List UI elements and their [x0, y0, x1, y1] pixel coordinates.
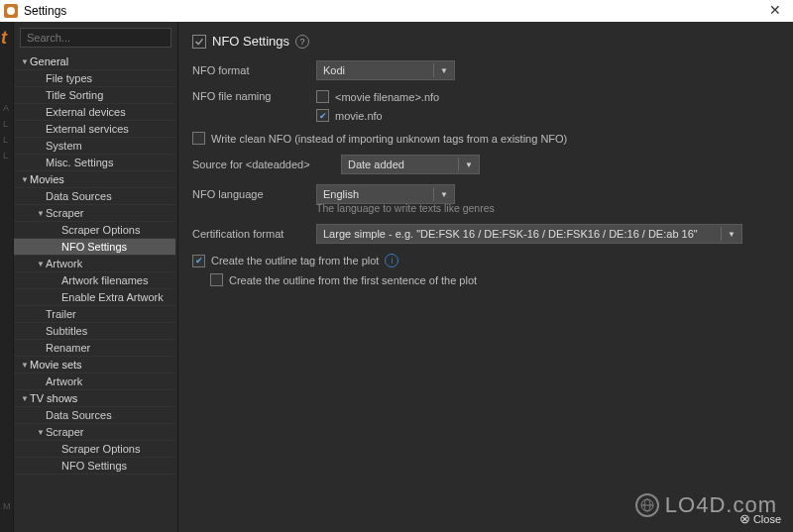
- sidebar-item-label: Subtitles: [46, 325, 175, 337]
- sidebar-item-general[interactable]: ▼General: [14, 53, 175, 70]
- sidebar-item-movie-sets[interactable]: ▼Movie sets: [14, 357, 175, 373]
- source-dateadded-value: Date added: [348, 159, 404, 170]
- sidebar-item-label: Renamer: [46, 342, 175, 354]
- content-pane: NFO Settings ? NFO format Kodi ▼ NFO fil…: [178, 22, 793, 532]
- sidebar-item-tv-shows[interactable]: ▼TV shows: [14, 390, 175, 407]
- sidebar-item-renamer[interactable]: Renamer: [14, 340, 175, 357]
- create-outline-checkbox[interactable]: [192, 255, 205, 267]
- sidebar-item-label: NFO Settings: [61, 241, 175, 253]
- sidebar-item-label: Scraper: [46, 207, 175, 219]
- nfo-language-label: NFO language: [192, 188, 306, 200]
- section-title: NFO Settings: [212, 34, 289, 49]
- sidebar-item-artwork[interactable]: Artwork: [14, 373, 175, 390]
- tree-expander-icon: ▼: [20, 57, 30, 66]
- sidebar-item-data-sources[interactable]: Data Sources: [14, 407, 175, 424]
- sidebar-item-label: Trailer: [46, 308, 175, 320]
- sidebar-item-label: File types: [46, 72, 175, 84]
- sidebar-item-external-devices[interactable]: External devices: [14, 104, 175, 121]
- sidebar-item-label: Enable Extra Artwork: [61, 291, 175, 303]
- chevron-down-icon: ▼: [433, 187, 448, 201]
- nfo-filenaming-label: NFO file naming: [192, 90, 306, 102]
- svg-point-0: [7, 7, 15, 15]
- sidebar-item-label: Scraper Options: [61, 224, 175, 236]
- sidebar-item-nfo-settings[interactable]: NFO Settings: [14, 239, 175, 256]
- sidebar-item-label: Scraper Options: [61, 443, 175, 455]
- certification-format-dropdown[interactable]: Large simple - e.g. "DE:FSK 16 / DE:FSK-…: [316, 224, 742, 244]
- sidebar-item-label: TV shows: [30, 392, 175, 404]
- sidebar-item-external-services[interactable]: External services: [14, 121, 175, 138]
- sidebar-item-label: Title Sorting: [46, 89, 175, 101]
- close-label: Close: [753, 513, 781, 525]
- close-button[interactable]: ⊗ Close: [739, 511, 781, 526]
- sidebar-item-label: External devices: [46, 106, 175, 118]
- rail-shortcuts: A L L L M: [3, 101, 11, 515]
- sidebar-item-artwork[interactable]: ▼Artwork: [14, 256, 175, 272]
- source-dateadded-dropdown[interactable]: Date added ▼: [341, 155, 480, 174]
- left-rail: t A L L L M: [0, 22, 14, 532]
- nfo-format-label: NFO format: [192, 64, 306, 76]
- sidebar-item-label: Artwork filenames: [61, 274, 175, 286]
- close-icon: ⊗: [739, 511, 750, 526]
- chevron-down-icon: ▼: [721, 227, 736, 241]
- certification-format-label: Certification format: [192, 228, 306, 240]
- sidebar-item-file-types[interactable]: File types: [14, 70, 175, 87]
- sidebar-item-system[interactable]: System: [14, 138, 175, 155]
- sidebar-item-label: System: [46, 140, 175, 152]
- outline-first-sentence-checkbox[interactable]: [210, 273, 223, 286]
- search-input[interactable]: [20, 28, 171, 48]
- sidebar-item-label: Artwork: [46, 258, 175, 269]
- nfo-language-value: English: [323, 188, 359, 200]
- section-icon: [192, 35, 206, 49]
- tree-expander-icon: ▼: [36, 428, 46, 437]
- certification-format-value: Large simple - e.g. "DE:FSK 16 / DE:FSK-…: [323, 228, 698, 240]
- nfo-format-dropdown[interactable]: Kodi ▼: [316, 60, 455, 80]
- sidebar: ▼GeneralFile typesTitle SortingExternal …: [14, 22, 178, 532]
- sidebar-item-label: Data Sources: [46, 190, 175, 202]
- sidebar-item-label: Misc. Settings: [46, 157, 175, 168]
- nfo-format-value: Kodi: [323, 64, 345, 76]
- naming-moviefilename-checkbox[interactable]: [316, 90, 329, 103]
- titlebar: Settings ✕: [0, 0, 793, 22]
- help-icon[interactable]: ?: [295, 35, 309, 49]
- sidebar-item-label: NFO Settings: [61, 460, 175, 472]
- outline-first-sentence-label: Create the outline from the first senten…: [229, 274, 477, 286]
- sidebar-item-subtitles[interactable]: Subtitles: [14, 323, 175, 340]
- section-header: NFO Settings ?: [192, 34, 779, 49]
- sidebar-item-data-sources[interactable]: Data Sources: [14, 188, 175, 205]
- sidebar-item-movies[interactable]: ▼Movies: [14, 171, 175, 188]
- window-close-button[interactable]: ✕: [763, 2, 787, 18]
- sidebar-item-label: Data Sources: [46, 409, 175, 421]
- naming-movienfo-label: movie.nfo: [335, 110, 383, 122]
- tree-expander-icon: ▼: [20, 394, 30, 403]
- chevron-down-icon: ▼: [458, 158, 473, 171]
- sidebar-item-trailer[interactable]: Trailer: [14, 306, 175, 323]
- sidebar-item-scraper-options[interactable]: Scraper Options: [14, 222, 175, 239]
- sidebar-item-label: Movie sets: [30, 359, 175, 371]
- sidebar-item-scraper-options[interactable]: Scraper Options: [14, 441, 175, 458]
- sidebar-item-label: External services: [46, 123, 175, 135]
- sidebar-item-artwork-filenames[interactable]: Artwork filenames: [14, 272, 175, 289]
- sidebar-item-enable-extra-artwork[interactable]: Enable Extra Artwork: [14, 289, 175, 306]
- create-outline-label: Create the outline tag from the plot: [211, 255, 379, 266]
- sidebar-item-scraper[interactable]: ▼Scraper: [14, 205, 175, 222]
- write-clean-nfo-checkbox[interactable]: [192, 132, 205, 145]
- sidebar-item-title-sorting[interactable]: Title Sorting: [14, 87, 175, 104]
- info-icon[interactable]: i: [385, 254, 398, 267]
- sidebar-item-label: Artwork: [46, 375, 175, 387]
- source-dateadded-label: Source for <dateadded>: [192, 159, 331, 170]
- tree-expander-icon: ▼: [36, 260, 46, 268]
- tree-expander-icon: ▼: [20, 361, 30, 370]
- brand-mark: t: [1, 28, 7, 49]
- naming-moviefilename-label: <movie filename>.nfo: [335, 91, 439, 103]
- sidebar-item-misc-settings[interactable]: Misc. Settings: [14, 155, 175, 171]
- sidebar-item-scraper[interactable]: ▼Scraper: [14, 424, 175, 441]
- tree-expander-icon: ▼: [36, 209, 46, 218]
- nfo-language-dropdown[interactable]: English ▼: [316, 184, 455, 204]
- naming-movienfo-checkbox[interactable]: [316, 109, 329, 122]
- nav-tree[interactable]: ▼GeneralFile typesTitle SortingExternal …: [14, 53, 177, 532]
- sidebar-item-nfo-settings[interactable]: NFO Settings: [14, 458, 175, 475]
- chevron-down-icon: ▼: [433, 63, 448, 77]
- sidebar-item-label: Scraper: [46, 426, 175, 438]
- nfo-language-hint: The language to write texts like genres: [316, 202, 779, 214]
- app-icon: [4, 4, 18, 18]
